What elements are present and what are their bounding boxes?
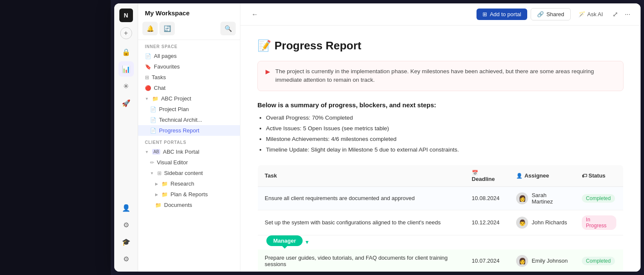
summary-heading: Below is a summary of progress, blockers… <box>257 101 624 109</box>
tree-item-research[interactable]: ▶ 📁 Research <box>138 178 240 189</box>
expand-arrow-sidebar: ▼ <box>150 171 154 175</box>
inner-space-label: INNER SPACE <box>138 40 240 51</box>
nav-table-icon[interactable]: 📊 <box>118 61 134 77</box>
nav-hub-icon[interactable]: ✳ <box>118 78 134 94</box>
progress-report-icon: 📄 <box>150 128 156 134</box>
tree-item-sidebar-content[interactable]: ▼ ⊞ Sidebar content <box>138 168 240 178</box>
deadline-cell-1: 10.08.2024 <box>465 186 510 210</box>
search-button[interactable]: 🔍 <box>220 22 236 35</box>
expand-arrow-research: ▶ <box>155 182 158 186</box>
deadline-cell-2: 10.12.2024 <box>465 210 510 235</box>
main-content: ← ⊞ Add to portal 🔗 Shared 🪄 Ask AI ⤢ ··… <box>240 3 641 272</box>
bullet-item-3: Milestone Achievements: 4/6 milestones c… <box>266 135 624 143</box>
file-panel: My Workspace 🔔 🔄 🔍 INNER SPACE 📄 All pag… <box>138 3 240 272</box>
status-cell-2: In Progress <box>575 210 624 235</box>
ask-ai-button[interactable]: 🪄 Ask AI <box>574 9 607 20</box>
tech-archit-icon: 📄 <box>150 117 156 123</box>
alert-icon: ▶ <box>266 68 270 75</box>
shared-button[interactable]: 🔗 Shared <box>531 8 571 20</box>
share-icon: 🔗 <box>537 11 544 17</box>
bullet-item-2: Active Issues: 5 Open Issues (see metric… <box>266 124 624 133</box>
assignee-cell-2: 👨 John Richards <box>509 210 575 235</box>
ai-icon: 🪄 <box>578 11 585 17</box>
title-emoji: 📝 <box>257 39 271 52</box>
manager-tooltip: Manager <box>266 235 303 246</box>
icon-sidebar: N + 🔒 📊 ✳ 🚀 👤 ⚙ 🎓 ⚙ <box>114 3 138 272</box>
back-button[interactable]: ← <box>249 9 261 20</box>
tree-item-technical-archit[interactable]: 📄 Technical Archit... <box>138 115 240 125</box>
add-button[interactable]: + <box>120 27 132 39</box>
workspace-title: My Workspace <box>138 3 240 20</box>
tree-item-favourites[interactable]: 🔖 Favourites <box>138 61 240 72</box>
col-task: Task <box>258 165 465 186</box>
app-container: N + 🔒 📊 ✳ 🚀 👤 ⚙ 🎓 ⚙ My Workspace 🔔 🔄 🔍 I… <box>114 3 641 272</box>
status-cell-1: Completed <box>575 186 624 210</box>
nav-settings-icon[interactable]: ⚙ <box>118 217 134 232</box>
topbar: ← ⊞ Add to portal 🔗 Shared 🪄 Ask AI ⤢ ··… <box>240 3 641 26</box>
deadline-cell-3: 10.07.2024 <box>465 249 510 272</box>
file-panel-toolbar: 🔔 🔄 🔍 <box>138 20 240 40</box>
tasks-icon: ⊞ <box>145 74 149 80</box>
add-to-portal-button[interactable]: ⊞ Add to portal <box>477 9 527 20</box>
col-assignee: 👤Assignee <box>509 165 575 186</box>
status-badge-2: In Progress <box>582 215 616 230</box>
task-cell-2: Set up the system with basic configurati… <box>258 210 465 235</box>
research-icon: 📁 <box>162 181 168 187</box>
expand-arrow-abc: ▼ <box>145 97 149 101</box>
status-cell-3: Completed <box>575 249 624 272</box>
favourites-icon: 🔖 <box>145 64 151 70</box>
all-pages-icon: 📄 <box>145 53 151 59</box>
bullet-list: Overall Progress: 70% Completed Active I… <box>257 114 624 155</box>
tree-item-project-plan[interactable]: 📄 Project Plan <box>138 104 240 115</box>
expand-button[interactable]: ⤢ <box>611 9 620 20</box>
nav-rocket-icon[interactable]: 🚀 <box>118 95 134 111</box>
tooltip-arrow-down: ▼ <box>304 239 309 245</box>
sidebar-content-icon: ⊞ <box>157 170 162 176</box>
bullet-item-1: Overall Progress: 70% Completed <box>266 114 624 122</box>
tree-item-documents[interactable]: 📁 Documents <box>138 200 240 210</box>
nav-gear-icon[interactable]: ⚙ <box>118 251 134 266</box>
abc-ink-portal-icon: AB <box>152 149 160 155</box>
nav-lock-icon[interactable]: 🔒 <box>118 44 134 60</box>
tree-item-tasks[interactable]: ⊞ Tasks <box>138 72 240 83</box>
more-options-button[interactable]: ··· <box>623 9 632 20</box>
app-logo: N <box>119 9 133 22</box>
col-deadline: 📅Deadline <box>465 165 510 186</box>
table-row-1: Ensure all client requirements are docum… <box>258 186 624 210</box>
tree-item-chat[interactable]: 🔴 Chat <box>138 83 240 93</box>
tree-item-abc-project[interactable]: ▼ 📁 ABC Project <box>138 93 240 104</box>
table-row-2: Set up the system with basic configurati… <box>258 210 624 235</box>
tree-item-progress-report[interactable]: 📄 Progress Report <box>138 125 240 136</box>
status-icon: 🏷 <box>582 173 587 179</box>
background-left <box>0 0 111 275</box>
tree-item-plan-reports[interactable]: ▶ 📁 Plan & Reports <box>138 189 240 200</box>
assignee-cell-1: 👩 Sarah Martinez <box>509 186 575 210</box>
tree-item-visual-editor[interactable]: ✏ Visual Editor <box>138 157 240 168</box>
deadline-icon: 📅 <box>472 170 478 176</box>
nav-person-icon[interactable]: 👤 <box>118 200 134 215</box>
tasks-table: Task 📅Deadline 👤Assignee 🏷Status Ensure … <box>257 165 624 272</box>
task-cell-3: Prepare user guides, video tutorials, an… <box>258 249 465 272</box>
refresh-button[interactable]: 🔄 <box>159 22 175 35</box>
status-badge-3: Completed <box>582 257 615 265</box>
tooltip-cell: Manager ▼ <box>258 235 624 249</box>
avatar-1: 👩 <box>516 192 528 204</box>
client-portals-label: CLIENT PORTALS <box>138 136 240 146</box>
tree-item-all-pages[interactable]: 📄 All pages <box>138 51 240 61</box>
notification-button[interactable]: 🔔 <box>142 22 158 35</box>
nav-graduation-icon[interactable]: 🎓 <box>118 234 134 249</box>
col-status: 🏷Status <box>575 165 624 186</box>
chat-icon: 🔴 <box>145 85 151 91</box>
topbar-right: ⊞ Add to portal 🔗 Shared 🪄 Ask AI ⤢ ··· <box>477 8 632 20</box>
abc-project-icon: 📁 <box>152 96 159 102</box>
bullet-item-4: Timeline Update: Slight delay in Milesto… <box>266 146 624 154</box>
tree-item-abc-ink-portal[interactable]: ▼ AB ABC Ink Portal <box>138 146 240 157</box>
portal-icon: ⊞ <box>482 11 487 17</box>
avatar-2: 👨 <box>516 217 528 229</box>
assignee-icon: 👤 <box>516 173 523 179</box>
topbar-left: ← <box>249 9 261 20</box>
avatar-3: 👩 <box>516 255 528 267</box>
alert-text: The project is currently in the implemen… <box>275 67 615 85</box>
plan-reports-icon: 📁 <box>162 192 168 198</box>
visual-editor-icon: ✏ <box>150 160 154 166</box>
